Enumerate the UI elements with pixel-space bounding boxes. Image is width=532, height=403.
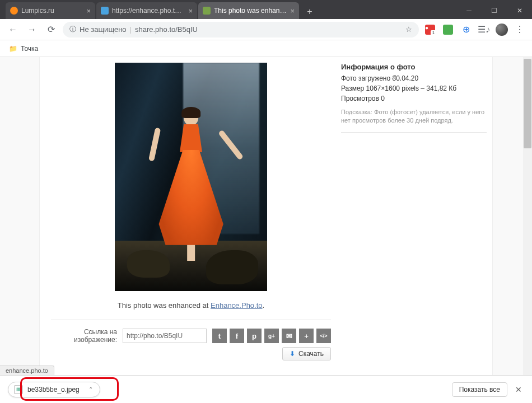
sidebar-size: Размер 1067×1600 pixels – 341,82 Кб xyxy=(341,85,487,92)
photo-caption: This photo was enhanced at Enhance.Pho.t… xyxy=(51,301,331,310)
tab-favicon xyxy=(101,7,109,15)
download-icon: ⬇ xyxy=(290,350,295,358)
browser-tab-1[interactable]: Lumpics.ru × xyxy=(6,2,95,19)
caption-text: This photo was enhanced at xyxy=(118,301,211,310)
chevron-up-icon[interactable]: ⌃ xyxy=(88,386,93,392)
minimize-button[interactable]: ─ xyxy=(456,2,482,19)
main-column: ⤢ This photo was enhanced at Enh xyxy=(51,63,331,360)
extension-2[interactable] xyxy=(441,23,455,36)
download-row: ⬇ Скачать xyxy=(51,347,331,360)
bookmark-item[interactable]: Точка xyxy=(21,45,38,53)
info-sidebar: Информация о фото Фото загружено 30.04.2… xyxy=(341,63,487,133)
share-icons: t f p g+ ✉ + </> xyxy=(212,329,331,343)
folder-icon: 📁 xyxy=(9,45,17,53)
reading-list-icon[interactable]: ☰♪ xyxy=(477,23,491,36)
window-titlebar: Lumpics.ru × https://enhance.pho.to/ru/ … xyxy=(0,0,532,19)
profile-avatar[interactable] xyxy=(495,23,508,36)
more-share-icon[interactable]: + xyxy=(299,329,314,343)
email-icon[interactable]: ✉ xyxy=(282,329,296,343)
download-chip[interactable]: ▦ be33b5be_o.jpeg ⌃ xyxy=(8,382,100,397)
extension-1[interactable]: ●1 xyxy=(423,23,437,36)
bookmark-star-icon[interactable]: ☆ xyxy=(405,25,412,34)
sidebar-title: Информация о фото xyxy=(341,63,487,71)
pinterest-icon[interactable]: p xyxy=(247,329,262,343)
share-label: Ссылка на изображение: xyxy=(51,328,117,344)
close-icon[interactable]: × xyxy=(290,7,295,15)
address-bar: ← → ⟳ ⓘ Не защищено | share.pho.to/B5qIU… xyxy=(0,19,532,40)
download-shelf: ▦ be33b5be_o.jpeg ⌃ Показать все ✕ xyxy=(0,375,532,403)
new-tab-button[interactable]: + xyxy=(302,4,317,19)
browser-tab-2[interactable]: https://enhance.pho.to/ru/ × xyxy=(96,2,197,19)
show-all-downloads-button[interactable]: Показать все xyxy=(452,382,507,397)
caption-link[interactable]: Enhance.Pho.to xyxy=(211,301,263,310)
close-shelf-icon[interactable]: ✕ xyxy=(513,383,524,396)
url-input[interactable]: ⓘ Не защищено | share.pho.to/B5qIU ☆ xyxy=(63,22,419,38)
tab-favicon xyxy=(10,7,18,15)
tab-title: Lumpics.ru xyxy=(21,7,83,15)
share-url-input[interactable] xyxy=(123,329,207,343)
download-shelf-right: Показать все ✕ xyxy=(452,382,524,397)
tab-title: https://enhance.pho.to/ru/ xyxy=(112,7,185,15)
facebook-icon[interactable]: f xyxy=(230,329,244,343)
status-bar-hover: enhance.pho.to xyxy=(0,365,54,375)
sidebar-uploaded: Фото загружено 30.04.20 xyxy=(341,74,487,82)
embed-icon[interactable]: </> xyxy=(316,329,331,343)
page-viewport: ⤢ This photo was enhanced at Enh xyxy=(0,57,532,375)
window-controls: ─ ☐ ✕ xyxy=(456,2,532,19)
close-icon[interactable]: × xyxy=(86,7,91,15)
tab-favicon xyxy=(203,7,211,15)
tab-strip: Lumpics.ru × https://enhance.pho.to/ru/ … xyxy=(0,0,317,19)
file-icon: ▦ xyxy=(14,385,23,394)
info-icon[interactable]: ⓘ xyxy=(69,25,76,34)
forward-button[interactable]: → xyxy=(25,22,39,37)
bookmarks-bar: 📁 Точка xyxy=(0,40,532,57)
tab-title: This photo was enhanced at Enh… xyxy=(214,7,287,15)
photo-container: ⤢ This photo was enhanced at Enh xyxy=(51,63,331,310)
scroll-thumb[interactable] xyxy=(524,59,531,148)
download-filename: be33b5be_o.jpeg xyxy=(27,386,80,393)
reload-button[interactable]: ⟳ xyxy=(44,22,58,37)
back-button[interactable]: ← xyxy=(6,22,20,37)
sidebar-views: Просмотров 0 xyxy=(341,95,487,102)
extension-3[interactable]: ⊕ xyxy=(459,23,473,36)
page-content: ⤢ This photo was enhanced at Enh xyxy=(39,57,493,375)
sidebar-hint: Подсказка: Фото (фотосет) удаляется, есл… xyxy=(341,108,487,133)
url-text: share.pho.to/B5qIU xyxy=(135,25,402,34)
gplus-icon[interactable]: g+ xyxy=(264,329,279,343)
browser-menu-button[interactable]: ⋮ xyxy=(513,23,526,36)
vertical-scrollbar[interactable] xyxy=(523,57,532,375)
maximize-button[interactable]: ☐ xyxy=(482,2,507,19)
download-button[interactable]: ⬇ Скачать xyxy=(282,347,331,360)
close-icon[interactable]: × xyxy=(188,7,193,15)
download-button-label: Скачать xyxy=(298,350,324,358)
expand-icon[interactable]: ⤢ xyxy=(391,73,397,81)
security-label: Не защищено xyxy=(80,25,127,34)
close-window-button[interactable]: ✕ xyxy=(507,2,532,19)
share-row: Ссылка на изображение: t f p g+ ✉ + </> xyxy=(51,320,331,344)
main-photo[interactable] xyxy=(115,63,267,291)
twitter-icon[interactable]: t xyxy=(212,329,227,343)
browser-tab-3[interactable]: This photo was enhanced at Enh… × xyxy=(198,2,299,19)
